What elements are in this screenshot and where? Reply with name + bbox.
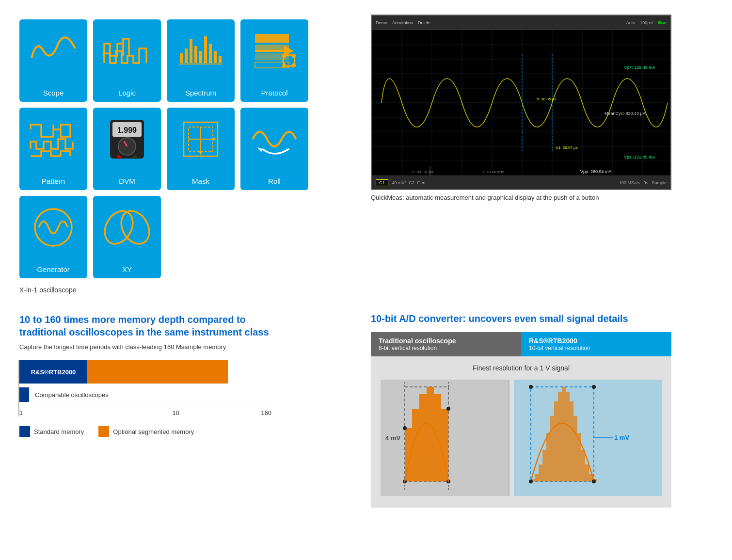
bar-rtb-blue: R&S®RTB2000: [19, 360, 87, 384]
legend-optional-label: Optional segmented memory: [113, 428, 194, 435]
rtb-header: R&S®RTB2000 10-bit vertical resolution: [521, 332, 671, 356]
instrument-grid: Scope Logic: [19, 19, 356, 278]
svg-point-22: [292, 54, 296, 58]
svg-rect-100: [542, 450, 546, 481]
svg-point-21: [292, 64, 296, 67]
left-bottom-section: 10 to 160 times more memory depth compar…: [10, 299, 366, 517]
svg-rect-4: [185, 48, 188, 63]
tile-protocol[interactable]: Protocol: [240, 19, 308, 102]
svg-rect-5: [190, 39, 192, 63]
svg-rect-16: [255, 34, 289, 43]
right-bottom-section: 10-bit A/D converter: uncovers even smal…: [366, 299, 722, 517]
svg-rect-87: [441, 409, 448, 481]
svg-rect-85: [427, 387, 434, 481]
scope-caption: QuickMeas: automatic measurement and gra…: [371, 194, 671, 201]
svg-text:Vpp: 260.94 mA: Vpp: 260.94 mA: [580, 169, 612, 174]
svg-point-24: [282, 54, 286, 58]
toolbar-run: Run: [658, 20, 667, 25]
svg-text:tr: 30.05 μs: tr: 30.05 μs: [537, 97, 556, 101]
bar-comparable-blue: [19, 387, 29, 402]
tile-scope[interactable]: Scope: [19, 19, 87, 102]
svg-rect-111: [585, 464, 589, 481]
svg-rect-98: [535, 474, 539, 481]
svg-rect-103: [554, 401, 558, 481]
svg-rect-107: [570, 401, 573, 481]
bar-comparable: Comparable oscilloscopes: [19, 387, 109, 402]
chart-axis: 1 10 160: [19, 407, 271, 416]
svg-point-116: [592, 385, 596, 389]
svg-point-88: [403, 426, 407, 430]
svg-point-23: [282, 64, 286, 67]
svg-rect-109: [577, 433, 581, 481]
svg-rect-11: [219, 56, 222, 63]
svg-rect-102: [550, 416, 554, 481]
tile-xy[interactable]: XY: [93, 196, 161, 278]
svg-rect-25: [27, 112, 80, 166]
svg-rect-9: [209, 44, 212, 63]
svg-rect-45: [100, 201, 154, 254]
roll-label: Roll: [268, 177, 281, 185]
ch1-indicator: C1: [376, 179, 388, 186]
svg-rect-17: [255, 45, 289, 51]
svg-rect-84: [419, 394, 427, 481]
tile-roll[interactable]: Roll: [240, 108, 308, 190]
rtb-label: R&S®RTB2000: [529, 337, 664, 345]
bar-rtb-label: R&S®RTB2000: [27, 368, 80, 376]
svg-rect-3: [180, 53, 183, 63]
scope-sample-rate: 100 MSa/s 0s Sample: [619, 180, 667, 185]
svg-rect-101: [546, 433, 550, 481]
svg-rect-8: [204, 36, 207, 63]
protocol-label: Protocol: [261, 89, 287, 97]
x-in-1-caption: X-in-1 oscilloscope: [19, 286, 356, 294]
svg-rect-6: [194, 46, 197, 63]
svg-text:1 mV: 1 mV: [614, 434, 629, 441]
bar-rtb: R&S®RTB2000: [19, 360, 228, 384]
traditional-sub: 8-bit vertical resolution: [379, 345, 513, 352]
axis-label-1: 1: [19, 409, 23, 416]
svg-point-33: [133, 155, 137, 159]
rtb-sub: 10-bit vertical resolution: [529, 345, 664, 352]
bar-chart-area: R&S®RTB2000 Comparable oscilloscopes 1 1…: [19, 360, 271, 416]
toolbar-timebase: 100μs/: [640, 20, 653, 25]
tile-pattern[interactable]: Pattern: [19, 108, 87, 190]
svg-text:MeanCyc:-830.43 μA: MeanCyc:-830.43 μA: [605, 111, 646, 116]
memory-title: 10 to 160 times more memory depth compar…: [19, 313, 291, 338]
traditional-label: Traditional oscilloscope: [379, 337, 513, 345]
svg-text:Vp+: 129.49 mA: Vp+: 129.49 mA: [624, 65, 655, 70]
svg-rect-108: [573, 416, 577, 481]
svg-text:1.999: 1.999: [117, 126, 137, 134]
tile-mask[interactable]: Mask: [167, 108, 235, 190]
svg-point-117: [592, 480, 596, 483]
bar-row-rtb: R&S®RTB2000: [19, 360, 271, 384]
svg-rect-10: [214, 51, 217, 63]
xy-label: XY: [122, 265, 132, 273]
svg-rect-41: [248, 112, 301, 166]
logic-label: Logic: [118, 89, 136, 97]
svg-rect-110: [581, 450, 585, 481]
bar-comparable-label: Comparable oscilloscopes: [35, 391, 109, 399]
svg-point-32: [117, 155, 121, 159]
signal-diagram: 4 mV: [381, 380, 662, 496]
scope-ch2: C2: [409, 180, 414, 185]
svg-point-91: [446, 407, 450, 411]
svg-rect-106: [566, 392, 570, 481]
legend-optional: Optional segmented memory: [98, 426, 194, 437]
svg-text:4 mV: 4 mV: [385, 434, 400, 442]
tile-generator[interactable]: Generator: [19, 196, 87, 278]
legend-optional-color: [98, 426, 109, 437]
toolbar-demo: Demo: [376, 20, 387, 25]
svg-rect-105: [562, 387, 566, 481]
tile-spectrum[interactable]: Spectrum: [167, 19, 235, 102]
dvm-label: DVM: [119, 177, 135, 185]
legend-standard-color: [19, 426, 30, 437]
svg-point-115: [529, 480, 533, 483]
toolbar-annotation: Annotation: [392, 20, 413, 25]
left-top-section: Scope Logic: [10, 10, 366, 299]
toolbar-auto: Auto: [626, 20, 636, 25]
spectrum-label: Spectrum: [185, 89, 216, 97]
scope-label: Scope: [43, 89, 64, 97]
scope-40mv: 40 mV/: [392, 180, 406, 185]
tile-logic[interactable]: Logic: [93, 19, 161, 102]
tile-dvm[interactable]: 1.999 DVM: [93, 108, 161, 190]
scope-gen: Gen: [417, 180, 426, 185]
